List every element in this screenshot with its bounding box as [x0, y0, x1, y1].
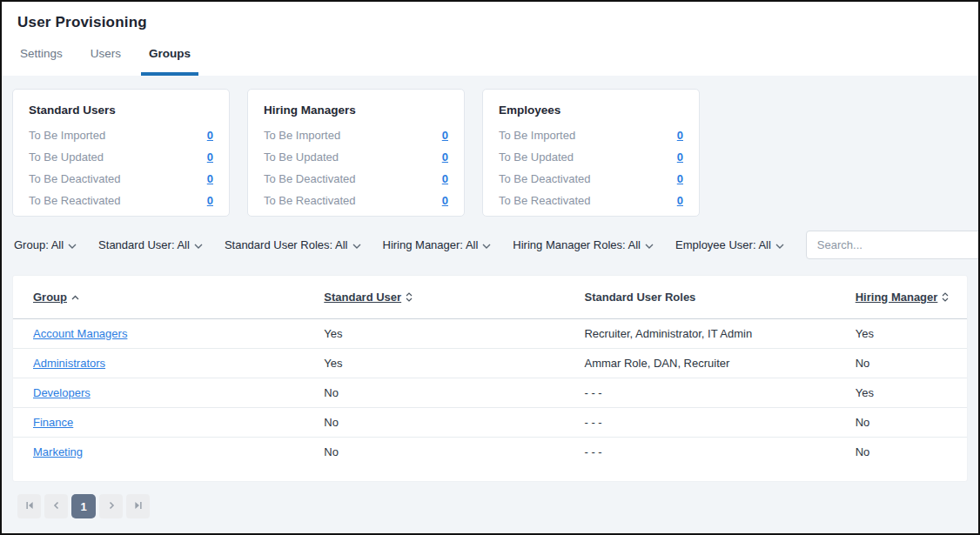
- hiring-manager-roles-filter-label: Hiring Manager Roles: All: [513, 238, 641, 251]
- card-row: To Be Deactivated 0: [499, 168, 683, 190]
- card-row: To Be Imported 0: [264, 124, 448, 146]
- card-row-label: To Be Updated: [264, 150, 339, 164]
- hiring-manager-cell: No: [836, 437, 967, 466]
- tab-groups[interactable]: Groups: [141, 47, 198, 76]
- group-link[interactable]: Administrators: [33, 357, 105, 370]
- first-page-icon: [24, 500, 35, 513]
- last-page-icon: [133, 500, 144, 513]
- count-link[interactable]: 0: [442, 194, 448, 207]
- hiring-managers-card: Hiring Managers To Be Imported 0 To Be U…: [247, 89, 465, 217]
- card-row: To Be Reactivated 0: [29, 190, 213, 211]
- count-link[interactable]: 0: [677, 129, 683, 142]
- column-header-standard-user[interactable]: Standard User: [304, 276, 564, 318]
- card-row-label: To Be Deactivated: [499, 172, 591, 185]
- employees-card: Employees To Be Imported 0 To Be Updated…: [482, 89, 700, 217]
- tab-bar: Settings Users Groups: [2, 47, 978, 76]
- count-link[interactable]: 0: [442, 150, 448, 164]
- standard-user-roles-cell: Ammar Role, DAN, Recruiter: [564, 348, 835, 378]
- last-page-button[interactable]: [126, 494, 150, 518]
- standard-user-roles-filter-dropdown[interactable]: Standard User Roles: All: [223, 238, 361, 251]
- hiring-manager-filter-dropdown[interactable]: Hiring Manager: All: [381, 238, 492, 251]
- column-header-group-label[interactable]: Group: [33, 291, 67, 304]
- chevron-left-icon: [51, 500, 62, 513]
- sort-ascending-icon: [71, 295, 79, 300]
- page-title: User Provisioning: [2, 12, 978, 31]
- standard-user-roles-cell: Recruiter, Administrator, IT Admin: [564, 318, 835, 348]
- count-link[interactable]: 0: [207, 150, 213, 164]
- standard-user-cell: No: [304, 378, 564, 407]
- count-link[interactable]: 0: [677, 194, 683, 207]
- chevron-down-icon: [352, 244, 361, 249]
- next-page-button[interactable]: [99, 494, 123, 518]
- count-link[interactable]: 0: [207, 172, 213, 185]
- tab-settings[interactable]: Settings: [12, 47, 70, 76]
- summary-cards-row: Standard Users To Be Imported 0 To Be Up…: [12, 89, 968, 217]
- hiring-manager-roles-filter-dropdown[interactable]: Hiring Manager Roles: All: [511, 238, 654, 251]
- standard-user-filter-label: Standard User: All: [98, 238, 190, 251]
- card-row-label: To Be Updated: [499, 150, 574, 164]
- standard-user-roles-cell: - - -: [564, 378, 835, 407]
- card-row-label: To Be Deactivated: [29, 172, 121, 185]
- hiring-manager-cell: No: [836, 348, 967, 378]
- standard-user-filter-dropdown[interactable]: Standard User: All: [97, 238, 203, 251]
- card-row-label: To Be Reactivated: [264, 194, 356, 207]
- main-content: Standard Users To Be Imported 0 To Be Up…: [2, 76, 978, 518]
- employee-user-filter-label: Employee User: All: [675, 238, 771, 251]
- chevron-right-icon: [106, 500, 117, 513]
- group-link[interactable]: Marketing: [33, 445, 83, 458]
- standard-user-cell: Yes: [304, 348, 564, 378]
- standard-user-roles-cell: - - -: [564, 437, 835, 466]
- card-row-label: To Be Imported: [29, 129, 105, 142]
- groups-table-container: Group Standard User: [12, 275, 968, 482]
- count-link[interactable]: 0: [677, 172, 683, 185]
- table-row: Administrators Yes Ammar Role, DAN, Recr…: [13, 348, 967, 378]
- group-link[interactable]: Account Managers: [33, 327, 127, 340]
- search-input[interactable]: [806, 231, 980, 259]
- standard-user-cell: Yes: [304, 318, 564, 348]
- card-row-label: To Be Reactivated: [29, 194, 121, 207]
- card-row: To Be Updated 0: [29, 146, 213, 168]
- card-row: To Be Imported 0: [29, 124, 213, 146]
- card-row-label: To Be Imported: [499, 129, 575, 142]
- table-row: Developers No - - - Yes: [13, 378, 967, 407]
- chevron-down-icon: [482, 244, 491, 249]
- current-page-button[interactable]: 1: [71, 494, 96, 518]
- card-title: Standard Users: [29, 104, 213, 117]
- column-header-standard-user-label[interactable]: Standard User: [324, 291, 401, 304]
- count-link[interactable]: 0: [207, 194, 213, 207]
- card-row-label: To Be Imported: [264, 129, 340, 142]
- group-link[interactable]: Finance: [33, 416, 73, 429]
- column-header-hiring-manager[interactable]: Hiring Manager: [836, 276, 967, 318]
- hiring-manager-cell: No: [836, 407, 967, 437]
- group-filter-label: Group: All: [14, 238, 64, 251]
- standard-user-cell: No: [304, 407, 564, 437]
- column-header-standard-user-roles-label: Standard User Roles: [584, 291, 695, 304]
- count-link[interactable]: 0: [207, 129, 213, 142]
- chevron-down-icon: [645, 244, 654, 249]
- card-row: To Be Updated 0: [264, 146, 448, 168]
- pagination: 1: [17, 494, 968, 518]
- first-page-button[interactable]: [17, 494, 41, 518]
- card-row: To Be Deactivated 0: [264, 168, 448, 190]
- column-header-hiring-manager-label[interactable]: Hiring Manager: [856, 291, 938, 304]
- tab-users[interactable]: Users: [83, 47, 129, 76]
- column-header-group[interactable]: Group: [13, 276, 304, 318]
- standard-user-cell: No: [304, 437, 564, 466]
- chevron-down-icon: [775, 244, 784, 249]
- card-row-label: To Be Updated: [29, 150, 104, 164]
- sort-both-icon: [406, 292, 413, 302]
- card-row-label: To Be Reactivated: [499, 194, 591, 207]
- group-link[interactable]: Developers: [33, 386, 91, 399]
- column-header-standard-user-roles: Standard User Roles: [564, 276, 835, 318]
- user-provisioning-page: User Provisioning Settings Users Groups …: [0, 0, 980, 535]
- sort-both-icon: [942, 292, 949, 302]
- count-link[interactable]: 0: [677, 150, 683, 164]
- employee-user-filter-dropdown[interactable]: Employee User: All: [674, 238, 784, 251]
- count-link[interactable]: 0: [442, 129, 448, 142]
- previous-page-button[interactable]: [44, 494, 68, 518]
- group-filter-dropdown[interactable]: Group: All: [12, 238, 77, 251]
- page-header: User Provisioning Settings Users Groups: [2, 2, 978, 76]
- count-link[interactable]: 0: [442, 172, 448, 185]
- card-row: To Be Updated 0: [499, 146, 683, 168]
- filter-bar: Group: All Standard User: All Standard U…: [12, 231, 968, 259]
